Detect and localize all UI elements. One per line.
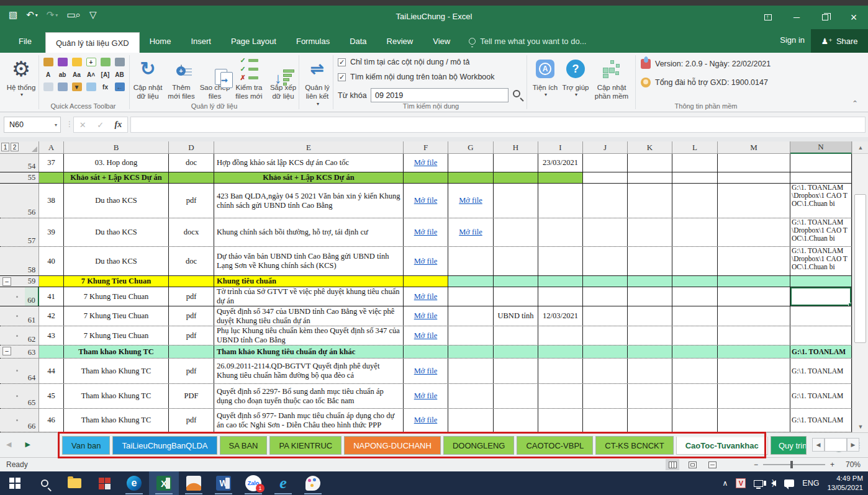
col-header-N[interactable]: N bbox=[790, 141, 852, 154]
cell-D60[interactable]: pdf bbox=[169, 287, 214, 306]
open-file-link[interactable]: Mở file bbox=[414, 391, 438, 401]
cell-N64[interactable]: G:\1. TOANLAM bbox=[790, 359, 852, 383]
cell-J64[interactable] bbox=[583, 359, 628, 383]
cell-K63[interactable] bbox=[628, 346, 672, 358]
cell-H54[interactable] bbox=[494, 154, 538, 172]
network-icon[interactable] bbox=[754, 480, 763, 487]
cell-H58[interactable] bbox=[494, 247, 538, 275]
taskbar-button-file-explorer[interactable] bbox=[60, 471, 89, 495]
sheet-tab-caotoc-tuvankhac[interactable]: CaoToc-Tuvankhac bbox=[676, 436, 768, 455]
cell-H55[interactable] bbox=[494, 172, 538, 183]
cell-K58[interactable] bbox=[628, 247, 672, 275]
cell-J63[interactable] bbox=[583, 346, 628, 358]
cell-I62[interactable] bbox=[538, 326, 583, 345]
cell-J61[interactable] bbox=[583, 306, 628, 326]
cell-G56[interactable]: Mở file bbox=[448, 184, 494, 218]
cell-E56[interactable]: 423 Ban QLDA,ngày 04 5 2021 Văn bản xin … bbox=[214, 184, 404, 218]
cell-A65[interactable]: 45 bbox=[39, 384, 64, 408]
cell-K57[interactable] bbox=[628, 218, 672, 246]
share-button[interactable]: ♟⁺ Share bbox=[811, 29, 868, 53]
cell-K66[interactable] bbox=[628, 409, 672, 432]
cell-N63[interactable]: G:\1. TOANLAM bbox=[790, 346, 852, 358]
cell-H56[interactable] bbox=[494, 184, 538, 218]
cell-M63[interactable] bbox=[718, 346, 790, 358]
cell-A62[interactable]: 43 bbox=[39, 326, 64, 345]
cell-H62[interactable] bbox=[494, 326, 538, 345]
cell-L66[interactable] bbox=[672, 409, 718, 432]
cell-I66[interactable] bbox=[538, 409, 583, 432]
help-button[interactable]: ? Trợ giúp▾ bbox=[561, 56, 590, 98]
col-header-G[interactable]: G bbox=[448, 141, 494, 154]
cell-A57[interactable]: 39 bbox=[39, 218, 64, 246]
cell-D54[interactable]: doc bbox=[169, 154, 214, 172]
cell-G60[interactable] bbox=[448, 287, 494, 306]
cell-G58[interactable] bbox=[448, 247, 494, 275]
cell-L56[interactable] bbox=[672, 184, 718, 218]
open-file-link[interactable]: Mở file bbox=[414, 416, 438, 425]
sheet-tab-ct-ks-bcnckt[interactable]: CT-KS BCNCKT bbox=[595, 436, 673, 455]
sheet-nav-next-icon[interactable]: ▶ bbox=[25, 440, 30, 448]
cell-A55[interactable] bbox=[39, 172, 64, 183]
cell-F54[interactable]: Mở file bbox=[404, 154, 448, 172]
checkbox-whole-workbook[interactable]: ✓ bbox=[338, 73, 346, 81]
cell-J57[interactable] bbox=[583, 218, 628, 246]
cell-B58[interactable]: Du thao KCS bbox=[64, 247, 169, 275]
notifications-icon[interactable] bbox=[784, 479, 794, 487]
qat-mini-icon-15[interactable]: ▼ bbox=[72, 82, 82, 91]
cell-B62[interactable]: 7 Khung Tieu Chuan bbox=[64, 326, 169, 345]
cell-I63[interactable] bbox=[538, 346, 583, 358]
system-menu-button[interactable]: ⚙ Hệ thống▾ bbox=[5, 56, 37, 98]
cell-F62[interactable]: Mở file bbox=[404, 326, 448, 345]
sign-in-link[interactable]: Sign in bbox=[780, 35, 805, 45]
cell-A54[interactable]: 37 bbox=[39, 154, 64, 172]
tab-scroll-right-icon[interactable]: ▶ bbox=[847, 438, 859, 452]
cell-E59[interactable]: Khung tiêu chuẩn bbox=[214, 276, 404, 287]
cell-B65[interactable]: Tham khao Khung TC bbox=[64, 384, 169, 408]
zoom-level[interactable]: 70% bbox=[839, 460, 861, 469]
cell-L55[interactable] bbox=[672, 172, 718, 183]
cell-G66[interactable] bbox=[448, 409, 494, 432]
row-header-65[interactable]: 65 bbox=[25, 384, 39, 408]
cell-G63[interactable] bbox=[448, 346, 494, 358]
col-header-J[interactable]: J bbox=[583, 141, 628, 154]
cell-J56[interactable] bbox=[583, 184, 628, 218]
cell-D61[interactable]: pdf bbox=[169, 306, 214, 326]
zoom-out-icon[interactable]: − bbox=[754, 460, 758, 469]
cell-A58[interactable]: 40 bbox=[39, 247, 64, 275]
ribbon-tab-insert[interactable]: Insert bbox=[181, 29, 221, 53]
col-header-M[interactable]: M bbox=[718, 141, 790, 154]
taskbar-button-remote-grid-app[interactable] bbox=[89, 471, 119, 495]
qat-mini-icon-13[interactable] bbox=[43, 82, 53, 91]
cell-B61[interactable]: 7 Khung Tieu Chuan bbox=[64, 306, 169, 326]
cell-A66[interactable]: 46 bbox=[39, 409, 64, 432]
cell-I55[interactable] bbox=[538, 172, 583, 183]
add-file-button[interactable]: +Thêm mới files bbox=[165, 56, 197, 101]
cell-G57[interactable]: Mở file bbox=[448, 218, 494, 246]
cell-M65[interactable] bbox=[718, 384, 790, 408]
cell-N62[interactable] bbox=[790, 326, 852, 345]
cell-L58[interactable] bbox=[672, 247, 718, 275]
cell-K62[interactable] bbox=[628, 326, 672, 345]
grid-corner[interactable]: 12 bbox=[0, 141, 39, 154]
cell-D59[interactable] bbox=[169, 276, 214, 287]
cell-L59[interactable] bbox=[672, 276, 718, 287]
zoom-in-icon[interactable]: + bbox=[830, 460, 834, 469]
col-header-H[interactable]: H bbox=[494, 141, 538, 154]
cell-N61[interactable] bbox=[790, 306, 852, 326]
qat-mini-icon-6[interactable] bbox=[115, 58, 125, 66]
link-button[interactable]: ⇌Quản lý liên kết▾ bbox=[302, 56, 333, 107]
cell-I59[interactable] bbox=[538, 276, 583, 287]
cell-H63[interactable] bbox=[494, 346, 538, 358]
cell-D64[interactable]: pdf bbox=[169, 359, 214, 383]
cell-D58[interactable]: doc bbox=[169, 247, 214, 275]
cell-D65[interactable]: PDF bbox=[169, 384, 214, 408]
cell-N60[interactable] bbox=[790, 287, 852, 306]
cell-H65[interactable] bbox=[494, 384, 538, 408]
page-layout-view-button[interactable] bbox=[685, 459, 699, 470]
cell-I56[interactable] bbox=[538, 184, 583, 218]
open-file-link[interactable]: Mở file bbox=[414, 196, 438, 205]
confirm-entry-icon[interactable]: ✓ bbox=[97, 120, 104, 130]
row-header-64[interactable]: 64 bbox=[25, 359, 39, 383]
cell-E61[interactable]: Quyết định số 347 của UBND tỉnh Cao Bằng… bbox=[214, 306, 404, 326]
cell-J60[interactable] bbox=[583, 287, 628, 306]
